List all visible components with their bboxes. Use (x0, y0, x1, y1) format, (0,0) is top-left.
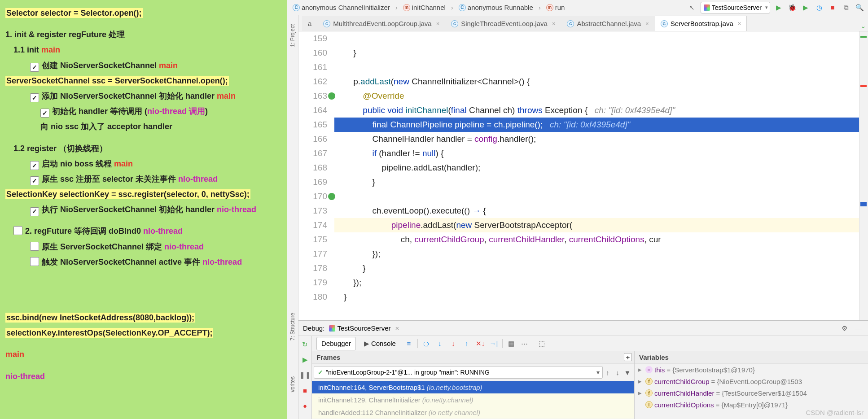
add-watch-icon[interactable]: + (624, 353, 632, 361)
note-tag: main (114, 159, 133, 168)
checkbox-icon[interactable]: ✓ (30, 207, 39, 216)
editor-tabs: a CMultithreadEventLoopGroup.java× CSing… (298, 15, 868, 31)
editor-tab[interactable]: CServerBootstrap.java× (655, 16, 747, 31)
variable-row[interactable]: ▸≡this = {ServerBootstrap$1@1970} (635, 364, 868, 375)
checkbox-icon[interactable] (13, 226, 22, 235)
more-icon[interactable]: ⋯ (520, 339, 530, 349)
close-icon[interactable]: × (552, 20, 556, 27)
debug-header: Debug: TestSourceServer× ⚙ — (298, 321, 868, 336)
resume-icon[interactable]: ▶ (300, 355, 310, 365)
frame-row[interactable]: handlerAdded:112 ChannelInitializer (io … (312, 406, 634, 419)
editor-tab[interactable]: CSingleThreadEventLoop.java× (445, 16, 561, 31)
override-icon[interactable] (328, 92, 335, 100)
marker-icon[interactable] (860, 85, 867, 87)
console-tab[interactable]: ▶Console (359, 337, 400, 350)
stop-icon[interactable]: ■ (300, 385, 310, 395)
layout-icon[interactable]: ⧉ (841, 3, 851, 13)
note-tag: nio-thread (5, 369, 282, 384)
close-icon[interactable]: × (738, 20, 741, 27)
gutter: 159160161162 163 164 165166167168169 170… (298, 31, 334, 320)
note-text: 1.1 init (13, 45, 41, 54)
next-frame-icon[interactable]: ↓ (613, 367, 623, 377)
checkbox-icon[interactable] (30, 242, 39, 251)
note-text: 启动 nio boss 线程 (42, 159, 114, 168)
stop-icon[interactable]: ■ (828, 3, 837, 13)
note-tag: nio-thread (143, 227, 183, 236)
structure-tool-tab[interactable]: 7: Structure (289, 313, 296, 340)
left-tool-strip[interactable]: 1: Project 7: Structure vorites (287, 15, 298, 419)
breadcrumb-item[interactable]: Canonymous Runnable (457, 3, 535, 12)
checkbox-icon[interactable]: ✓ (30, 93, 39, 102)
close-icon[interactable]: × (436, 20, 440, 27)
variable-row[interactable]: ▸fcurrentChildGroup = {NioEventLoopGroup… (635, 375, 868, 387)
override-icon[interactable] (328, 193, 335, 200)
tab-label: ServerBootstrap.java (671, 20, 733, 27)
editor-tab[interactable]: a (302, 16, 317, 31)
note-line: 1.2 register （切换线程） (5, 141, 282, 156)
favorites-tool-tab[interactable]: vorites (289, 376, 296, 392)
frame-row[interactable]: initChannel:164, ServerBootstrap$1 (io.n… (312, 381, 634, 393)
thread-dropdown[interactable]: "nioEventLoopGroup-2-1"@1... in group "m… (314, 366, 603, 379)
editor-tab[interactable]: CAbstractChannel.java× (561, 16, 654, 31)
breakpoints-icon[interactable]: ● (300, 401, 310, 410)
run-to-cursor-icon[interactable]: →| (489, 339, 499, 349)
checkbox-icon[interactable] (30, 257, 39, 266)
note-text: 初始化 handler 等待调用 ( (52, 107, 147, 116)
profile-icon[interactable]: ◷ (814, 3, 824, 13)
debug-config-label: TestSourceServer (337, 324, 390, 332)
debugger-tab[interactable]: Debugger (316, 337, 356, 350)
marker-icon[interactable] (860, 36, 867, 38)
note-tag: main (159, 61, 178, 70)
project-tool-tab[interactable]: 1: Project (289, 24, 296, 47)
tab-overflow-icon[interactable]: ⌄ (858, 21, 868, 31)
java-icon: C (323, 20, 330, 27)
breadcrumb-label: run (555, 4, 565, 11)
note-text: 执行 NioServerSocketChannel 初始化 handler (42, 205, 217, 214)
checkbox-icon[interactable]: ✓ (30, 63, 39, 72)
close-icon[interactable]: × (395, 324, 399, 332)
force-step-into-icon[interactable]: ↓ (448, 339, 458, 349)
debug-tool-window: Debug: TestSourceServer× ⚙ — ↻ ▶ ❚❚ ■ ● (298, 320, 868, 419)
filter-icon[interactable]: ▼ (623, 367, 632, 377)
step-over-icon[interactable]: ⭯ (421, 339, 431, 349)
tab-label: Console (371, 340, 396, 347)
frame-row[interactable]: initChannel:129, ChannelInitializer (io.… (312, 393, 634, 406)
rerun-icon[interactable]: ↻ (300, 340, 310, 349)
coverage-icon[interactable]: ▶ (801, 3, 811, 13)
search-icon[interactable]: 🔍 (855, 3, 864, 13)
breadcrumb-label: anonymous ChannelInitializer (302, 4, 390, 11)
note-text: 2. regFuture 等待回调 doBind0 (25, 227, 143, 236)
watermark: CSDN @radient-lsr (806, 409, 864, 416)
checkbox-icon[interactable]: ✓ (30, 161, 39, 170)
code-editor[interactable]: 159160161162 163 164 165166167168169 170… (298, 31, 859, 320)
breadcrumb-item[interactable]: Canonymous ChannelInitializer (291, 3, 392, 12)
marker-icon[interactable] (860, 202, 867, 206)
editor-tab[interactable]: CMultithreadEventLoopGroup.java× (317, 16, 445, 31)
prev-frame-icon[interactable]: ↑ (603, 367, 613, 377)
pause-icon[interactable]: ❚❚ (300, 370, 310, 380)
minimize-icon[interactable]: — (854, 323, 864, 333)
variable-row[interactable]: ▸fcurrentChildHandler = {TestSourceServe… (635, 387, 868, 399)
debug-icon[interactable]: 🐞 (787, 3, 797, 13)
step-out-icon[interactable]: ↑ (462, 339, 472, 349)
editor-marker-strip[interactable] (859, 31, 868, 320)
checkbox-icon[interactable]: ✓ (40, 109, 49, 118)
step-into-icon[interactable]: ↓ (435, 339, 445, 349)
run-icon[interactable]: ▶ (774, 3, 784, 13)
gear-icon[interactable]: ⚙ (839, 323, 849, 333)
note-line: 向 nio ssc 加入了 acceptor handler (5, 119, 282, 134)
code-area[interactable]: } p.addLast(new ChannelInitializer<Chann… (334, 31, 859, 320)
run-config-dropdown[interactable]: TestSourceServer (701, 2, 770, 13)
drop-frame-icon[interactable]: ✕↓ (475, 339, 485, 349)
breadcrumb-item[interactable]: minitChannel (401, 3, 447, 12)
frame-list[interactable]: initChannel:164, ServerBootstrap$1 (io.n… (312, 381, 634, 419)
back-icon[interactable]: ↖ (687, 3, 697, 13)
evaluate-icon[interactable]: ▦ (506, 339, 516, 349)
checkbox-icon[interactable]: ✓ (30, 176, 39, 185)
run-config-label: TestSourceServer (712, 4, 762, 11)
breadcrumb-item[interactable]: mrun (544, 3, 567, 12)
tab-label: SingleThreadEventLoop.java (461, 20, 548, 27)
threads-icon[interactable]: ≡ (404, 339, 414, 349)
layout-settings-icon[interactable]: ⬚ (537, 339, 547, 349)
close-icon[interactable]: × (645, 20, 649, 27)
